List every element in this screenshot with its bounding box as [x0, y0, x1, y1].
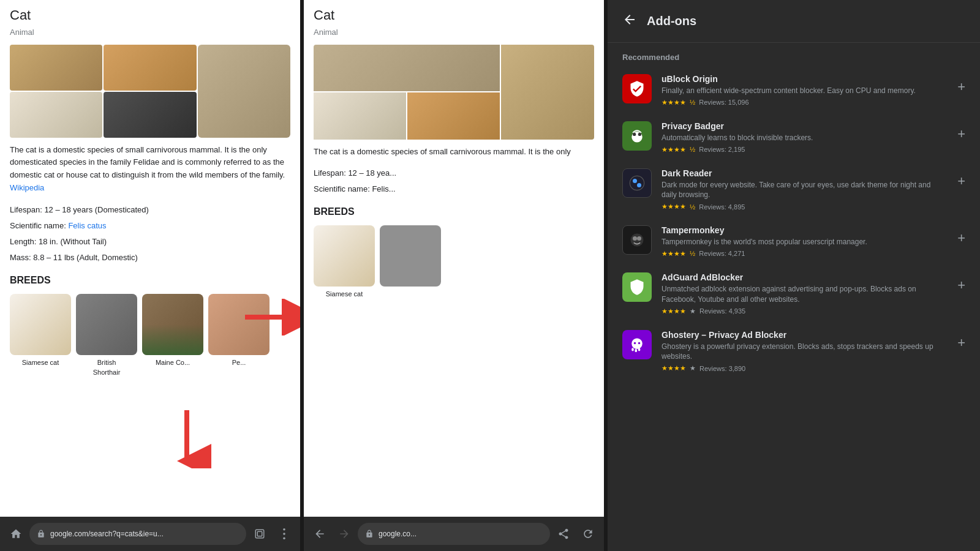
right-share-button[interactable]	[552, 523, 575, 545]
addon-tampermonkey: Tampermonkey Tampermonkey is the world's…	[608, 218, 980, 265]
addon-dark-reader: Dark Reader Dark mode for every website.…	[608, 161, 980, 219]
dark-reader-info: Dark Reader Dark mode for every website.…	[662, 168, 948, 211]
left-tab-button[interactable]	[249, 523, 271, 545]
svg-point-17	[637, 236, 641, 241]
dark-reader-desc: Dark mode for every website. Take care o…	[662, 180, 948, 201]
svg-point-13	[633, 179, 637, 183]
tampermonkey-add-button[interactable]: +	[957, 225, 965, 246]
addons-panel: Add-ons Recommended uBlock Origin Finall…	[608, 0, 980, 551]
ublock-rating: ★★★★½ Reviews: 15,096	[662, 99, 948, 107]
cat-img-3	[198, 45, 290, 138]
fact-lifespan: Lifespan: 12 – 18 years (Domesticated)	[10, 202, 290, 218]
dark-reader-name: Dark Reader	[662, 168, 948, 178]
breed-maine: Maine Co...	[142, 294, 203, 378]
svg-point-11	[638, 133, 641, 136]
tampermonkey-icon	[622, 225, 652, 255]
breed-british: BritishShorthair	[76, 294, 137, 378]
privacy-badger-icon	[622, 121, 652, 151]
ghostery-add-button[interactable]: +	[957, 330, 965, 351]
fact-scientific: Scientific name: Felis catus	[10, 218, 290, 234]
svg-rect-20	[635, 349, 638, 352]
svg-point-3	[283, 533, 285, 535]
dark-reader-reviews: Reviews: 4,895	[699, 203, 745, 211]
left-phone: Cat Animal The cat is a domestic species…	[0, 0, 300, 551]
dark-reader-icon	[622, 168, 652, 198]
left-url-bar[interactable]: google.com/search?q=cats&ie=u...	[29, 523, 246, 545]
right-reload-button[interactable]	[577, 523, 599, 545]
tampermonkey-info: Tampermonkey Tampermonkey is the world's…	[662, 225, 948, 258]
right-facts: Lifespan: 12 – 18 yea... Scientific name…	[314, 165, 594, 197]
addons-back-button[interactable]	[622, 12, 637, 30]
svg-point-18	[631, 338, 643, 349]
right-back-button[interactable]	[309, 523, 331, 545]
svg-point-12	[630, 176, 644, 190]
cat-img-4	[10, 92, 102, 138]
left-more-button[interactable]	[273, 523, 295, 545]
addon-adguard: AdGuard AdBlocker Unmatched adblock exte…	[608, 265, 980, 323]
right-cat-title: Cat	[314, 5, 594, 25]
svg-point-23	[638, 342, 641, 344]
privacy-badger-stars: ★★★★	[662, 146, 686, 154]
svg-rect-19	[631, 348, 634, 351]
left-home-button[interactable]	[5, 523, 27, 545]
addon-privacy-badger: Privacy Badger Automatically learns to b…	[608, 114, 980, 161]
addon-ghostery: Ghostery – Privacy Ad Blocker Ghostery i…	[608, 323, 980, 380]
right-breed-siamese: Siamese cat	[314, 225, 375, 299]
left-nav-bar: google.com/search?q=cats&ie=u...	[0, 517, 300, 551]
ghostery-desc: Ghostery is a powerful privacy extension…	[662, 342, 948, 362]
privacy-badger-add-button[interactable]: +	[957, 121, 965, 142]
svg-point-10	[633, 133, 636, 136]
tampermonkey-desc: Tampermonkey is the world's most popular…	[662, 237, 948, 247]
tampermonkey-stars: ★★★★	[662, 250, 686, 258]
right-cat-img-2	[314, 92, 406, 140]
left-cat-images	[10, 45, 290, 138]
svg-point-22	[634, 342, 636, 344]
right-cat-img-large	[501, 45, 594, 140]
right-cat-img-1	[314, 45, 500, 92]
svg-rect-21	[638, 348, 641, 351]
cat-img-1	[10, 45, 102, 91]
dark-reader-add-button[interactable]: +	[957, 168, 965, 189]
breed-siamese: Siamese cat	[10, 294, 71, 378]
privacy-badger-desc: Automatically learns to block invisible …	[662, 133, 948, 143]
adguard-info: AdGuard AdBlocker Unmatched adblock exte…	[662, 272, 948, 315]
right-fact-lifespan: Lifespan: 12 – 18 yea...	[314, 165, 594, 181]
right-cat-images	[314, 45, 594, 140]
left-breeds-title: BREEDS	[10, 273, 290, 288]
ublock-desc: Finally, an efficient wide-spectrum cont…	[662, 86, 948, 96]
svg-point-2	[283, 528, 285, 531]
dark-reader-stars: ★★★★	[662, 203, 686, 211]
right-fact-scientific: Scientific name: Felis...	[314, 181, 594, 197]
left-facts: Lifespan: 12 – 18 years (Domesticated) S…	[10, 202, 290, 266]
adguard-name: AdGuard AdBlocker	[662, 272, 948, 282]
svg-point-4	[283, 537, 285, 539]
right-breed-2	[380, 225, 441, 299]
tampermonkey-reviews: Reviews: 4,271	[699, 250, 745, 257]
addons-section-recommended: Recommended	[608, 43, 980, 67]
ublock-add-button[interactable]: +	[957, 74, 965, 95]
adguard-add-button[interactable]: +	[957, 272, 965, 293]
ublock-name: uBlock Origin	[662, 74, 948, 84]
ublock-info: uBlock Origin Finally, an efficient wide…	[662, 74, 948, 107]
right-cat-subtitle: Animal	[314, 26, 594, 39]
left-description: The cat is a domestic species of small c…	[10, 144, 290, 195]
adguard-icon	[622, 272, 652, 302]
right-url-bar[interactable]: google.co...	[358, 523, 550, 545]
ghostery-reviews: Reviews: 3,890	[699, 365, 745, 372]
addon-ublock: uBlock Origin Finally, an efficient wide…	[608, 67, 980, 114]
left-url-text: google.com/search?q=cats&ie=u...	[50, 530, 164, 538]
right-nav-bar: google.co...	[304, 517, 604, 551]
down-arrow	[162, 407, 211, 468]
addons-list: Recommended uBlock Origin Finally, an ef…	[608, 43, 980, 551]
adguard-reviews: Reviews: 4,935	[699, 307, 745, 315]
ghostery-info: Ghostery – Privacy Ad Blocker Ghostery i…	[662, 330, 948, 373]
ublock-icon	[622, 74, 652, 103]
privacy-badger-info: Privacy Badger Automatically learns to b…	[662, 121, 948, 154]
privacy-badger-name: Privacy Badger	[662, 121, 948, 131]
svg-rect-1	[257, 531, 262, 536]
cat-img-5	[104, 92, 196, 138]
fact-length: Length: 18 in. (Without Tail)	[10, 234, 290, 250]
right-forward-button[interactable]	[333, 523, 355, 545]
addons-title: Add-ons	[647, 14, 696, 28]
left-wiki-link[interactable]: Wikipedia	[10, 183, 44, 192]
